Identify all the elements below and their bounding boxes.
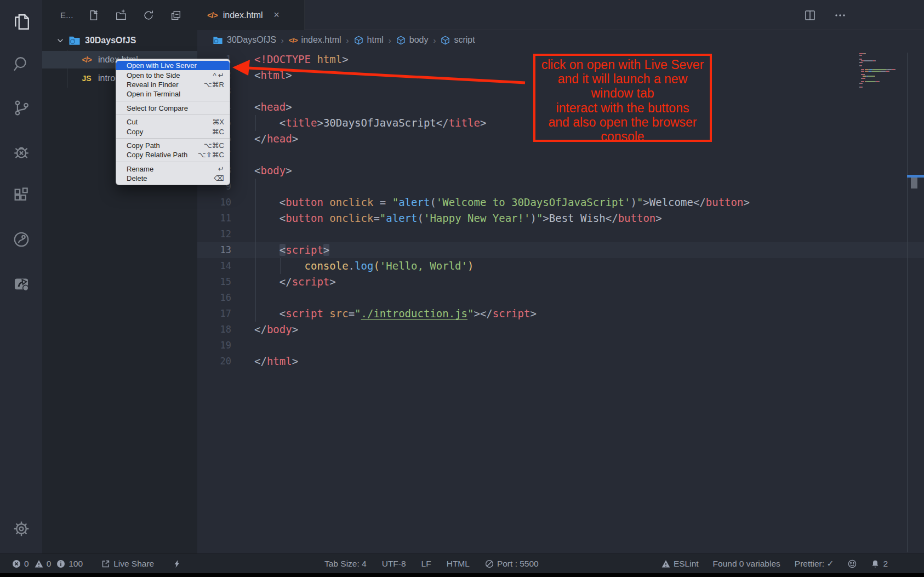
indent-guide <box>280 258 281 274</box>
folder-label: 30DaysOfJS <box>85 36 136 45</box>
status-item-live-share[interactable]: Live Share <box>101 559 154 569</box>
code-line-10[interactable]: 10 <button onclick = "alert('Welcome to … <box>197 195 924 210</box>
breadcrumb-separator: › <box>389 36 391 45</box>
minimap-line <box>859 65 905 66</box>
breadcrumb-item-index-html[interactable]: </>index.html <box>289 35 341 45</box>
code-line-18[interactable]: 18</body> <box>197 322 924 338</box>
code-line-17[interactable]: 17 <script src="./introduction.js"></scr… <box>197 306 924 322</box>
menu-item-shortcut: ⌫ <box>214 174 224 182</box>
status-item-lf[interactable]: LF <box>421 559 431 569</box>
bottom-strip <box>0 573 924 577</box>
share-export-icon[interactable] <box>10 272 32 294</box>
status-item-label: 0 <box>24 559 29 569</box>
menu-item-label: Cut <box>127 118 212 126</box>
split-editor-icon[interactable] <box>803 8 817 22</box>
status-item-smiley[interactable] <box>848 559 857 568</box>
minimap[interactable] <box>859 53 905 88</box>
code-line-20[interactable]: 20</html> <box>197 353 924 369</box>
context-menu: Open with Live ServerOpen to the Side^ ↵… <box>116 59 230 185</box>
status-item-0[interactable]: 0 <box>35 559 52 569</box>
menu-item-delete[interactable]: Delete⌫ <box>116 174 230 183</box>
annotation-line: and it will launch a new <box>535 72 710 86</box>
menu-item-copy-path[interactable]: Copy Path⌥⌘C <box>116 141 230 150</box>
menu-item-open-in-terminal[interactable]: Open in Terminal <box>116 89 230 99</box>
slash-circle-icon <box>485 559 494 568</box>
menu-item-select-for-compare[interactable]: Select for Compare <box>116 104 230 113</box>
collapse-all-icon[interactable] <box>169 8 183 22</box>
source-control-icon[interactable] <box>10 97 32 119</box>
status-item-0[interactable]: 0 <box>12 559 29 569</box>
tab-index-html[interactable]: </> index.html × <box>197 0 305 30</box>
tab-label: index.html <box>223 10 263 20</box>
status-left: 00100Live Share <box>12 554 184 574</box>
search-icon[interactable] <box>10 53 32 75</box>
code-text: </script> <box>254 274 336 290</box>
menu-separator <box>116 101 230 101</box>
explorer-icon[interactable] <box>10 11 32 33</box>
line-number: 11 <box>197 210 231 226</box>
menu-item-copy-relative-path[interactable]: Copy Relative Path⌥⇧⌘C <box>116 150 230 159</box>
html-icon: </> <box>289 36 298 44</box>
menu-item-open-with-live-server[interactable]: Open with Live Server <box>116 61 230 70</box>
code-line-12[interactable]: 12 <box>197 226 924 242</box>
minimap-line <box>859 60 905 61</box>
status-right: ESLintFound 0 variablesPrettier: ✓2 <box>661 554 888 574</box>
status-item-tab-size-4[interactable]: Tab Size: 4 <box>324 559 367 569</box>
tab-close-icon[interactable]: × <box>271 9 283 21</box>
status-item-eslint[interactable]: ESLint <box>661 559 699 569</box>
folder-row-30daysofjs[interactable]: 30DaysOfJS <box>42 32 197 49</box>
status-item-html[interactable]: HTML <box>447 559 470 569</box>
info-icon <box>56 559 65 568</box>
status-item-bolt[interactable] <box>173 559 181 568</box>
menu-item-copy[interactable]: Copy⌘C <box>116 127 230 136</box>
status-item-label: 100 <box>69 559 83 569</box>
code-line-8[interactable]: 8<body> <box>197 163 924 179</box>
settings-gear-icon[interactable] <box>10 518 32 540</box>
code-line-9[interactable]: 9 <box>197 179 924 195</box>
breadcrumb-item-30daysofjs[interactable]: 30DaysOfJS <box>213 35 276 45</box>
status-item-port-5500[interactable]: Port : 5500 <box>485 559 539 569</box>
breadcrumb-item-body[interactable]: body <box>396 35 429 45</box>
status-item-label: Found 0 variables <box>713 559 780 569</box>
status-center: Tab Size: 4UTF-8LFHTMLPort : 5500 <box>324 554 539 574</box>
code-text: <script> <box>254 242 329 258</box>
new-file-icon[interactable] <box>87 8 101 22</box>
menu-item-rename[interactable]: Rename↵ <box>116 164 230 174</box>
bolt-icon <box>173 559 181 568</box>
code-line-14[interactable]: 14 console.log('Hello, World') <box>197 258 924 274</box>
status-item-utf-8[interactable]: UTF-8 <box>382 559 406 569</box>
menu-item-label: Open to the Side <box>127 71 213 79</box>
code-text: <!DOCTYPE html> <box>254 52 349 67</box>
refresh-icon[interactable] <box>141 8 156 22</box>
code-line-15[interactable]: 15 </script> <box>197 274 924 290</box>
warning-icon <box>35 559 43 568</box>
code-line-7[interactable]: 7 <box>197 147 924 163</box>
code-line-11[interactable]: 11 <button onclick="alert('Happy New Yea… <box>197 210 924 226</box>
minimap-line <box>859 56 905 58</box>
menu-item-reveal-in-finder[interactable]: Reveal in Finder⌥⌘R <box>116 80 230 89</box>
status-item-2[interactable]: 2 <box>871 559 888 569</box>
more-actions-icon[interactable] <box>833 8 847 22</box>
status-item-found-0-variables[interactable]: Found 0 variables <box>713 559 780 569</box>
status-item-prettier[interactable]: Prettier: ✓ <box>795 559 834 569</box>
menu-separator <box>116 162 230 162</box>
scrollbar-thumb[interactable] <box>911 178 917 188</box>
menu-item-open-to-the-side[interactable]: Open to the Side^ ↵ <box>116 70 230 79</box>
breadcrumb-item-html[interactable]: html <box>354 35 384 45</box>
status-item-100[interactable]: 100 <box>56 559 83 569</box>
minimap-line <box>859 81 905 82</box>
menu-item-cut[interactable]: Cut⌘X <box>116 117 230 127</box>
run-debug-icon[interactable] <box>10 141 32 163</box>
extensions-icon[interactable] <box>10 185 32 207</box>
code-line-19[interactable]: 19 <box>197 338 924 353</box>
code-text: <button onclick = "alert('Welcome to 30D… <box>254 195 750 210</box>
breadcrumb: 30DaysOfJS›</>index.html›html›body›scrip… <box>197 30 924 50</box>
live-share-icon[interactable] <box>10 228 32 250</box>
breadcrumb-item-script[interactable]: script <box>441 35 475 45</box>
code-line-16[interactable]: 16 <box>197 290 924 306</box>
smiley-icon <box>848 559 857 568</box>
new-folder-icon[interactable] <box>114 8 128 22</box>
annotation-box: click on open with Live Severand it will… <box>533 54 712 142</box>
code-line-13[interactable]: 13 <script> <box>197 242 924 258</box>
menu-item-shortcut: ⌘X <box>212 118 224 126</box>
